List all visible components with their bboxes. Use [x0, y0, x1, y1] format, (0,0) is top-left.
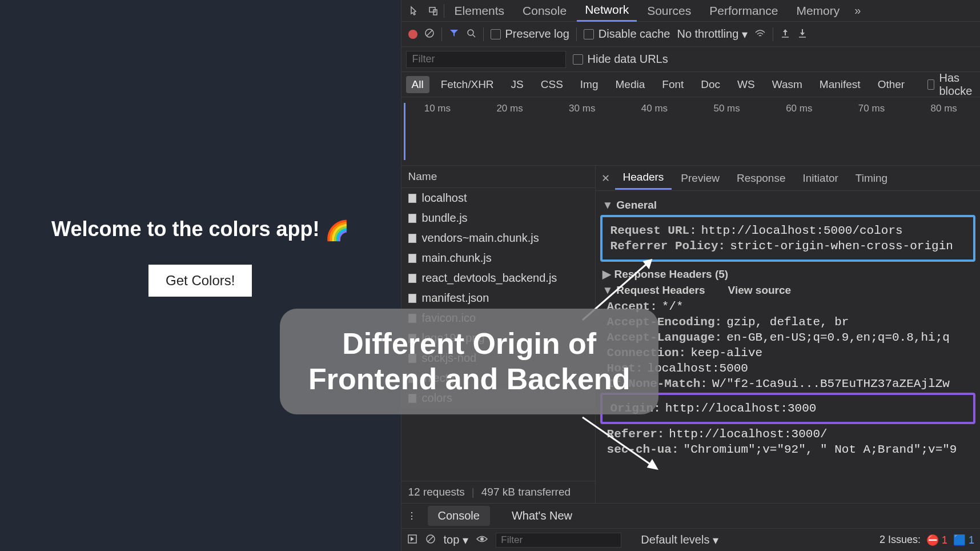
tab-sources[interactable]: Sources: [639, 1, 699, 21]
hide-data-urls-checkbox[interactable]: Hide data URLs: [573, 53, 668, 66]
checkbox-box: [573, 54, 583, 65]
tabs-overflow[interactable]: »: [850, 4, 865, 17]
info-count: 1: [969, 534, 974, 546]
type-other[interactable]: Other: [872, 76, 911, 93]
device-toggle-icon[interactable]: [425, 3, 441, 18]
throttle-label: No throttling: [677, 27, 738, 41]
value: http://localhost:5000/colors: [701, 224, 903, 237]
type-wasm[interactable]: Wasm: [766, 76, 808, 93]
checkbox-box: [927, 79, 934, 90]
tab-console[interactable]: Console: [515, 1, 575, 21]
log-levels-select[interactable]: Default levels ▾: [641, 533, 718, 547]
console-context-select[interactable]: top ▾: [444, 533, 469, 547]
request-row[interactable]: vendors~main.chunk.js: [401, 228, 595, 248]
type-all[interactable]: All: [406, 76, 429, 93]
tick: 40 ms: [618, 103, 691, 165]
record-button[interactable]: [408, 30, 417, 39]
tab-performance[interactable]: Performance: [701, 1, 786, 21]
preserve-log-checkbox[interactable]: Preserve log: [491, 27, 569, 41]
app-pane: Welcome to the colors app! 🌈 Get Colors!: [0, 0, 401, 551]
value: */*: [662, 300, 684, 313]
tick: 60 ms: [763, 103, 836, 165]
detail-tab-headers[interactable]: Headers: [615, 166, 672, 190]
eye-icon[interactable]: [476, 535, 488, 545]
disable-cache-label: Disable cache: [599, 27, 670, 41]
console-context-label: top: [444, 533, 460, 546]
svg-line-10: [428, 536, 433, 542]
disable-cache-checkbox[interactable]: Disable cache: [584, 27, 670, 41]
tab-network[interactable]: Network: [577, 0, 637, 22]
dock-tab-whatsnew[interactable]: What's New: [501, 506, 583, 526]
type-img[interactable]: Img: [575, 76, 604, 93]
hide-data-urls-label: Hide data URLs: [588, 53, 668, 66]
request-row[interactable]: manifest.json: [401, 288, 595, 308]
devtools-pane: Elements Console Network Sources Perform…: [401, 0, 980, 551]
type-css[interactable]: CSS: [535, 76, 569, 93]
separator: |: [472, 486, 475, 498]
request-status-bar: 12 requests | 497 kB transferred: [401, 481, 595, 503]
type-js[interactable]: JS: [505, 76, 529, 93]
close-detail-button[interactable]: ✕: [598, 170, 614, 186]
tick: 10 ms: [401, 103, 474, 165]
detail-tab-timing[interactable]: Timing: [848, 167, 895, 189]
name-column-header[interactable]: Name: [401, 166, 595, 188]
type-manifest[interactable]: Manifest: [814, 76, 866, 93]
upload-icon[interactable]: [780, 28, 790, 41]
request-row[interactable]: main.chunk.js: [401, 248, 595, 268]
file-icon: [408, 194, 416, 203]
clear-console-icon[interactable]: [425, 534, 436, 546]
get-colors-button[interactable]: Get Colors!: [148, 265, 252, 297]
file-icon: [408, 214, 416, 223]
type-doc[interactable]: Doc: [695, 76, 726, 93]
tick: 80 ms: [907, 103, 980, 165]
download-icon[interactable]: [797, 28, 808, 41]
issues-label: 2 Issues:: [879, 534, 921, 546]
svg-marker-15: [648, 461, 657, 469]
request-name: vendors~main.chunk.js: [422, 231, 539, 245]
clear-icon[interactable]: [424, 28, 435, 41]
request-row[interactable]: react_devtools_backend.js: [401, 268, 595, 288]
callout-line1: Different Origin of: [308, 326, 630, 361]
throttle-select[interactable]: No throttling ▾: [677, 27, 748, 41]
general-section[interactable]: ▼General: [603, 199, 977, 211]
wifi-icon[interactable]: [754, 28, 766, 41]
request-url-row: Request URL:http://localhost:5000/colors: [611, 224, 965, 237]
svg-line-5: [473, 35, 475, 37]
arrow-to-purple-box: [577, 412, 668, 480]
filter-icon[interactable]: [449, 28, 459, 41]
type-media[interactable]: Media: [610, 76, 651, 93]
issues-indicator[interactable]: 2 Issues: ⛔ 1 🟦 1: [879, 534, 974, 546]
type-font[interactable]: Font: [656, 76, 689, 93]
key: Referrer Policy:: [611, 239, 726, 253]
request-row[interactable]: localhost: [401, 188, 595, 208]
search-icon[interactable]: [466, 28, 476, 41]
file-icon: [408, 254, 416, 263]
has-blocked-checkbox[interactable]: Has blocke: [927, 72, 975, 97]
kebab-icon[interactable]: ⋮: [407, 510, 416, 521]
detail-tab-initiator[interactable]: Initiator: [795, 167, 846, 189]
welcome-strong: colors app!: [208, 217, 319, 241]
console-filter-input[interactable]: [496, 533, 621, 548]
network-filter-input[interactable]: [406, 51, 566, 68]
callout-line2: Frontend and Backend: [308, 361, 630, 397]
request-name: react_devtools_backend.js: [422, 271, 557, 285]
execute-icon[interactable]: [407, 534, 417, 546]
request-row[interactable]: bundle.js: [401, 208, 595, 228]
type-fetchxhr[interactable]: Fetch/XHR: [435, 76, 500, 93]
detail-tab-preview[interactable]: Preview: [673, 167, 728, 189]
svg-marker-13: [644, 260, 651, 267]
view-source-link[interactable]: View source: [728, 284, 792, 297]
inspect-icon[interactable]: [407, 3, 423, 18]
type-ws[interactable]: WS: [732, 76, 761, 93]
timeline[interactable]: 10 ms 20 ms 30 ms 40 ms 50 ms 60 ms 70 m…: [401, 97, 980, 166]
key: Request URL:: [611, 224, 697, 237]
has-blocked-label: Has blocke: [939, 72, 975, 97]
value: gzip, deflate, br: [726, 316, 849, 329]
dock-tab-console[interactable]: Console: [428, 506, 490, 526]
tab-memory[interactable]: Memory: [788, 1, 848, 21]
svg-point-11: [480, 537, 484, 541]
svg-line-3: [427, 30, 432, 36]
tab-elements[interactable]: Elements: [447, 1, 513, 21]
error-badge: ⛔ 1: [926, 534, 947, 546]
detail-tab-response[interactable]: Response: [729, 167, 794, 189]
